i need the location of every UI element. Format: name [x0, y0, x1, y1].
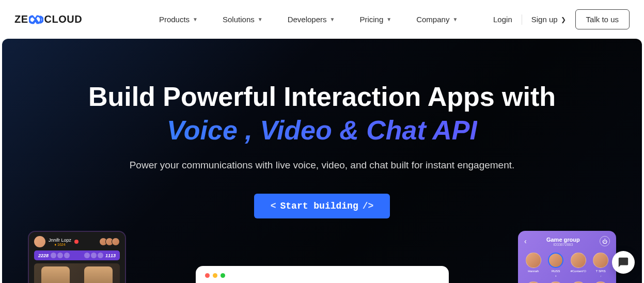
nav-label: Developers	[288, 15, 327, 24]
user-cell: T SPIS ↓	[592, 253, 610, 277]
close-icon	[205, 273, 210, 278]
chevron-right-icon: ❯	[561, 16, 566, 23]
group-header: ‹ Game group ID33672883 ⏻	[524, 236, 610, 246]
maximize-icon	[221, 273, 225, 278]
chevron-down-icon: ▼	[452, 17, 458, 22]
main-nav: Products ▼ Solutions ▼ Developers ▼ Pric…	[159, 15, 458, 24]
nav-label: Solutions	[223, 15, 255, 24]
avatar	[34, 236, 45, 247]
mockup-live-stream: Jnnifr Lopz ♦ 1624 2228	[28, 231, 126, 283]
minimize-icon	[213, 273, 217, 278]
avatar	[548, 253, 563, 268]
cta-label: Start building	[280, 201, 358, 211]
stream-user: Jnnifr Lopz ♦ 1624	[34, 236, 78, 247]
nav-label: Company	[416, 15, 449, 24]
stream-stats-bar: 2228 1113	[34, 250, 120, 260]
video-person	[84, 266, 113, 283]
stat-left: 2228	[38, 253, 49, 258]
chevron-down-icon: ▼	[258, 17, 263, 22]
stat-icon	[51, 253, 56, 258]
user-grid: Hannah RUSS ♦ #Content'O T SPIS ↓	[524, 253, 610, 283]
user-name: Hannah	[528, 270, 539, 273]
user-cell: #Content'O	[569, 253, 588, 277]
mockup-left-header: Jnnifr Lopz ♦ 1624	[34, 236, 120, 247]
logo[interactable]: ZE CLOUD	[14, 13, 82, 25]
stat-icon	[64, 253, 70, 258]
video-person	[41, 266, 70, 283]
power-icon: ⏻	[600, 236, 610, 246]
avatar	[526, 253, 541, 268]
nav-pricing[interactable]: Pricing ▼	[359, 15, 391, 24]
talk-to-us-button[interactable]: Talk to us	[575, 9, 630, 29]
main-header: ZE CLOUD Products ▼ Solutions ▼ Develope…	[0, 0, 644, 39]
nav-products[interactable]: Products ▼	[159, 15, 198, 24]
mockup-row: Jnnifr Lopz ♦ 1624 2228	[23, 231, 621, 283]
nav-solutions[interactable]: Solutions ▼	[223, 15, 263, 24]
stream-user-name: Jnnifr Lopz	[49, 238, 71, 243]
group-title: Game group	[546, 237, 580, 243]
chevron-down-icon: ▼	[330, 17, 335, 22]
signup-link[interactable]: Sign up ❯	[531, 15, 566, 24]
back-icon: ‹	[524, 237, 527, 245]
hero-title-line2: Voice , Video & Chat API	[167, 115, 477, 145]
logo-suffix: CLOUD	[44, 13, 83, 25]
user-name: RUSS	[552, 270, 560, 273]
chat-widget-button[interactable]	[612, 251, 635, 274]
avatar	[112, 238, 120, 246]
stream-video	[34, 263, 120, 283]
user-cell: RUSS ♦	[547, 253, 566, 277]
logo-icon	[29, 15, 43, 24]
stat-right: 1113	[105, 253, 116, 258]
stream-user-badge: ♦ 1624	[49, 243, 71, 246]
angle-bracket-left-icon: <	[271, 201, 276, 211]
start-building-button[interactable]: < Start building />	[254, 194, 390, 218]
hero-subtitle: Power your communications with live voic…	[23, 160, 621, 171]
avatar	[571, 253, 586, 268]
user-name: #Content'O	[571, 270, 586, 273]
user-tag: ↓	[600, 274, 602, 277]
nav-developers[interactable]: Developers ▼	[288, 15, 335, 24]
hero-title-line1: Build Powerful Interaction Apps with	[88, 82, 556, 112]
logo-prefix: ZE	[14, 13, 28, 25]
hero-title: Build Powerful Interaction Apps with Voi…	[23, 80, 621, 147]
divider	[522, 14, 522, 25]
stat-icon	[98, 253, 103, 258]
angle-bracket-right-icon: />	[363, 201, 374, 211]
nav-company[interactable]: Company ▼	[416, 15, 458, 24]
nav-label: Products	[159, 15, 190, 24]
window-controls	[205, 273, 439, 278]
user-cell: Hannah	[524, 253, 543, 277]
user-tag: ♦	[555, 274, 557, 277]
group-id: ID33672883	[546, 243, 580, 246]
mockup-desktop-chat: Message Kelly patdhfsy Tell me about you…	[196, 266, 449, 283]
stat-icon	[91, 253, 97, 258]
chat-icon	[618, 257, 629, 268]
hero-section: Build Powerful Interaction Apps with Voi…	[2, 39, 642, 283]
mockup-game-group: ‹ Game group ID33672883 ⏻ Hannah RUSS ♦	[518, 231, 616, 283]
nav-label: Pricing	[359, 15, 383, 24]
signup-label: Sign up	[531, 15, 558, 24]
chevron-down-icon: ▼	[193, 17, 198, 22]
chevron-down-icon: ▼	[386, 17, 391, 22]
live-dot-icon	[74, 240, 78, 244]
login-link[interactable]: Login	[493, 15, 512, 24]
viewer-avatars	[101, 238, 120, 246]
user-name: T SPIS	[596, 270, 606, 273]
header-actions: Login Sign up ❯ Talk to us	[493, 9, 630, 29]
avatar	[593, 253, 608, 268]
stat-icon	[84, 253, 90, 258]
stat-icon	[57, 253, 63, 258]
